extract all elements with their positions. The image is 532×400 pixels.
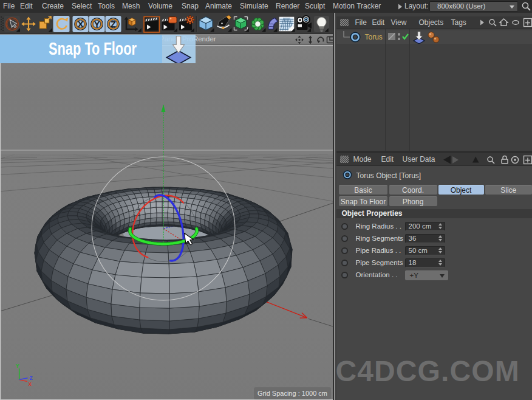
svg-text:Y: Y: [94, 19, 100, 29]
svg-text:Y: Y: [16, 363, 19, 369]
svg-text:Z: Z: [30, 375, 33, 381]
svg-text:Z: Z: [111, 19, 116, 29]
svg-text:X: X: [29, 381, 32, 387]
svg-text:X: X: [78, 19, 84, 29]
